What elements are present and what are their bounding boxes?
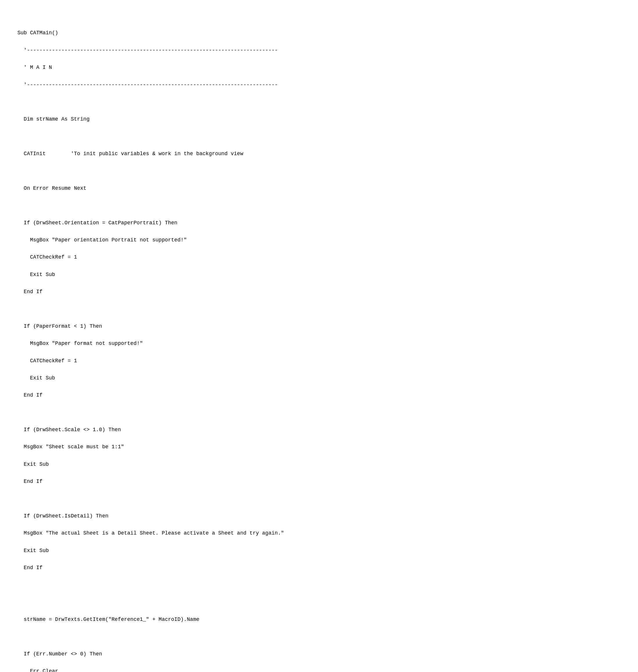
code-line: Dim strName As String — [17, 115, 621, 124]
code-line: Sub CATMain() — [17, 29, 621, 37]
code-line: '---------------------------------------… — [17, 46, 621, 55]
code-line — [17, 495, 621, 504]
code-line — [17, 167, 621, 176]
code-line — [17, 201, 621, 210]
code-line: End If — [17, 391, 621, 400]
code-line: Exit Sub — [17, 271, 621, 279]
code-line — [17, 132, 621, 141]
code-line: CATInit 'To init public variables & work… — [17, 150, 621, 158]
code-line: Err.Clear — [17, 667, 621, 672]
code-line: If (DrwSheet.Orientation = CatPaperPortr… — [17, 219, 621, 228]
code-line: On Error Resume Next — [17, 184, 621, 193]
code-line: CATCheckRef = 1 — [17, 357, 621, 365]
code-line: MsgBox "Sheet scale must be 1:1" — [17, 443, 621, 452]
code-line — [17, 598, 621, 607]
code-line — [17, 409, 621, 417]
code-line: If (DrwSheet.Scale <> 1.0) Then — [17, 426, 621, 435]
code-line — [17, 633, 621, 641]
code-text: Sub CATMain() '-------------------------… — [17, 29, 621, 672]
code-line: Exit Sub — [17, 460, 621, 469]
code-editor: Sub CATMain() '-------------------------… — [17, 12, 621, 672]
code-line — [17, 581, 621, 590]
code-line: End If — [17, 477, 621, 486]
code-line — [17, 98, 621, 106]
code-line: strName = DrwTexts.GetItem("Reference1_"… — [17, 615, 621, 624]
code-line: CATCheckRef = 1 — [17, 253, 621, 262]
code-line: If (Err.Number <> 0) Then — [17, 650, 621, 659]
code-line: Exit Sub — [17, 546, 621, 555]
code-line: ' M A I N — [17, 63, 621, 72]
code-line: '---------------------------------------… — [17, 81, 621, 89]
code-line: MsgBox "The actual Sheet is a Detail She… — [17, 529, 621, 538]
code-line: If (PaperFormat < 1) Then — [17, 322, 621, 331]
code-line: MsgBox "Paper format not supported!" — [17, 339, 621, 348]
code-line: End If — [17, 564, 621, 572]
code-line: Exit Sub — [17, 374, 621, 383]
code-line: If (DrwSheet.IsDetail) Then — [17, 512, 621, 521]
code-line: MsgBox "Paper orientation Portrait not s… — [17, 236, 621, 245]
code-line: End If — [17, 288, 621, 296]
code-line — [17, 305, 621, 313]
